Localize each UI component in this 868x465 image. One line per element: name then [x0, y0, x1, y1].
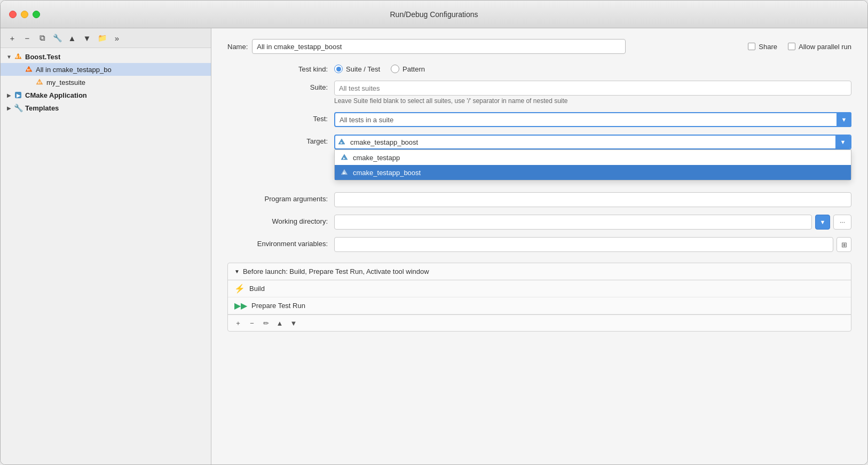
sidebar-toolbar: + − ⧉ 🔧 ▲ ▼ 📁 [1, 28, 211, 48]
suite-hint: Leave Suite field blank to select all su… [334, 97, 851, 105]
radio-suite-test-circle[interactable] [334, 65, 343, 73]
sidebar-item-label: Templates [25, 104, 59, 112]
window: Run/Debug Configurations + − ⧉ 🔧 [0, 0, 868, 465]
expand-arrow-icon: ▶ [5, 91, 13, 99]
no-arrow-icon [26, 78, 35, 86]
test-row: Test: All tests in a suite ▼ [227, 112, 851, 127]
working-dir-dropdown-button[interactable]: ▼ [815, 215, 830, 230]
env-vars-control: ⊞ [334, 237, 851, 252]
sidebar-tree: ▼ BT Boost.Test BT [1, 48, 211, 464]
popup-item-cmake-testapp[interactable]: ▶ cmake_testapp [335, 150, 851, 165]
env-edit-button[interactable]: ⊞ [837, 237, 851, 252]
target-control: ▶ cmake_testapp_boost ▼ [334, 135, 851, 149]
test-control: All tests in a suite ▼ [334, 112, 851, 127]
radio-suite-test[interactable]: Suite / Test [334, 65, 380, 73]
name-input[interactable] [252, 39, 626, 54]
popup-cmake-icon: ▶ [340, 153, 349, 162]
program-args-control [334, 192, 851, 207]
minus-icon: − [25, 34, 30, 43]
before-launch-item-build[interactable]: ⚡ Build [228, 280, 851, 297]
radio-pattern-circle[interactable] [391, 65, 399, 73]
bl-down-button[interactable]: ▼ [288, 317, 299, 329]
target-input-row: ▶ cmake_testapp_boost ▼ [334, 135, 851, 149]
traffic-lights [9, 11, 40, 18]
env-input[interactable] [334, 237, 833, 252]
maximize-button[interactable] [33, 11, 40, 18]
move-down-button[interactable]: ▼ [81, 31, 93, 44]
share-label: Share [759, 43, 777, 51]
test-kind-row: Test kind: Suite / Test Pattern [227, 62, 851, 73]
move-up-button[interactable]: ▲ [66, 31, 78, 44]
sidebar-item-templates[interactable]: ▶ 🔧 Templates [1, 101, 211, 114]
down-arrow-icon: ▼ [83, 34, 91, 43]
before-launch-collapse-icon: ▼ [234, 269, 240, 274]
share-checkbox[interactable] [748, 43, 755, 50]
prepare-label: Prepare Test Run [251, 302, 305, 310]
radio-pattern[interactable]: Pattern [391, 65, 425, 73]
target-label: Target: [227, 135, 334, 145]
edit-icon: ✏ [263, 319, 269, 327]
prepare-icon: ▶▶ [234, 301, 247, 311]
working-dir-browse-button[interactable]: ··· [833, 215, 851, 230]
popup-item-label: cmake_testapp [353, 154, 400, 162]
sidebar-item-cmake-application[interactable]: ▶ ▶ CMake Application [1, 89, 211, 101]
more-button[interactable]: » [111, 31, 123, 44]
bl-up-button[interactable]: ▲ [274, 317, 286, 329]
allow-parallel-option[interactable]: Allow parallel run [788, 43, 851, 51]
test-select[interactable]: All tests in a suite [334, 112, 851, 127]
sidebar: + − ⧉ 🔧 ▲ ▼ 📁 [1, 28, 211, 464]
target-value: cmake_testapp_boost [348, 138, 835, 146]
testsuite-icon: BT [35, 77, 44, 87]
svg-text:▶: ▶ [341, 141, 343, 144]
plus-icon: + [236, 319, 240, 327]
main-content: + − ⧉ 🔧 ▲ ▼ 📁 [1, 28, 867, 464]
sidebar-item-boost-test[interactable]: ▼ BT Boost.Test [1, 50, 211, 63]
test-label: Test: [227, 112, 334, 123]
bl-edit-button[interactable]: ✏ [260, 317, 272, 329]
sidebar-item-all-in-cmake[interactable]: BT All in cmake_testapp_bo [1, 63, 211, 76]
svg-text:BT: BT [38, 81, 42, 84]
working-dir-row-inner: ▼ ··· [334, 215, 851, 230]
before-launch-header[interactable]: ▼ Before launch: Build, Prepare Test Run… [228, 263, 851, 280]
sidebar-item-my-testsuite[interactable]: BT my_testsuite [1, 76, 211, 89]
test-dropdown-arrow[interactable]: ▼ [837, 112, 851, 127]
up-arrow-icon: ▲ [277, 319, 283, 327]
sidebar-item-label: my_testsuite [46, 78, 85, 86]
allow-parallel-checkbox[interactable] [788, 43, 795, 50]
popup-item-cmake-testapp-boost[interactable]: ▶ cmake_testapp_boost [335, 165, 851, 180]
program-args-label: Program arguments: [227, 192, 334, 203]
before-launch-item-prepare[interactable]: ▶▶ Prepare Test Run [228, 297, 851, 314]
allow-parallel-label: Allow parallel run [799, 43, 851, 51]
before-launch-toolbar: + − ✏ ▲ ▼ [228, 314, 851, 331]
test-kind-control: Suite / Test Pattern [334, 62, 851, 73]
cmake-app-icon: ▶ [13, 90, 23, 100]
env-vars-label: Environment variables: [227, 237, 334, 248]
remove-config-button[interactable]: − [21, 31, 34, 44]
target-row: Target: ▶ cmake_testapp_boost ▼ [227, 135, 851, 149]
working-dir-input[interactable] [334, 215, 812, 230]
copy-config-button[interactable]: ⧉ [36, 31, 49, 44]
program-args-input[interactable] [334, 192, 851, 207]
build-icon: ⚡ [234, 283, 245, 294]
bl-remove-button[interactable]: − [246, 317, 258, 329]
bl-add-button[interactable]: + [232, 317, 244, 329]
more-icon: » [115, 34, 119, 43]
boost-test-icon: BT [13, 52, 23, 61]
minimize-button[interactable] [21, 11, 28, 18]
name-label: Name: [227, 43, 248, 51]
close-button[interactable] [9, 11, 17, 18]
folder-button[interactable]: 📁 [96, 31, 108, 44]
test-dropdown: All tests in a suite ▼ [334, 112, 851, 127]
suite-input[interactable] [334, 81, 851, 96]
svg-text:▶: ▶ [343, 171, 345, 175]
test-kind-label: Test kind: [227, 62, 334, 73]
no-arrow-icon [15, 65, 24, 74]
sidebar-item-label: Boost.Test [25, 53, 60, 61]
collapse-arrow-icon: ▼ [5, 52, 13, 61]
wrench-button[interactable]: 🔧 [51, 31, 64, 44]
share-option[interactable]: Share [748, 43, 777, 51]
target-wrapper: ▶ cmake_testapp_boost ▼ [334, 135, 851, 149]
target-dropdown-arrow[interactable]: ▼ [835, 136, 850, 148]
add-config-button[interactable]: + [6, 31, 19, 44]
env-vars-row: Environment variables: ⊞ [227, 237, 851, 252]
